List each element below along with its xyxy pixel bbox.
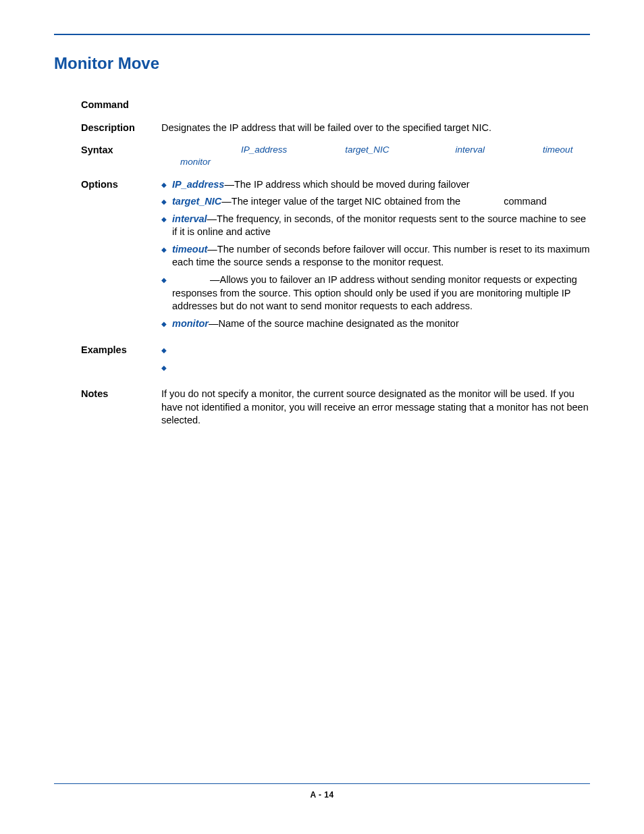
label-command: Command: [81, 99, 159, 122]
example-item: [161, 361, 590, 375]
label-examples: Examples: [81, 344, 159, 388]
value-command: [161, 99, 590, 122]
value-examples: [161, 344, 590, 388]
syntax-line-2: monitor: [161, 156, 590, 168]
option-item: monitor—Name of the source machine desig…: [161, 317, 590, 331]
option-item: IP_address—The IP address which should b…: [161, 178, 590, 192]
option-key: target_NIC: [172, 196, 221, 207]
header-rule: [54, 34, 590, 35]
option-item: —Allows you to failover an IP address wi…: [161, 273, 590, 313]
syntax-param-target: target_NIC: [345, 144, 389, 156]
footer: A - 14: [54, 783, 590, 800]
option-item: target_NIC—The integer value of the targ…: [161, 195, 590, 209]
label-options: Options: [81, 178, 159, 344]
examples-list: [161, 344, 590, 374]
value-syntax: IP_address target_NIC interval timeout m…: [161, 144, 590, 178]
label-notes: Notes: [81, 388, 159, 437]
option-trailing-text: command: [504, 196, 547, 207]
syntax-line-1: IP_address target_NIC interval timeout: [161, 144, 590, 156]
example-item: [161, 344, 590, 357]
syntax-param-timeout: timeout: [543, 144, 572, 156]
label-syntax: Syntax: [81, 144, 159, 178]
option-key: monitor: [172, 318, 209, 329]
page-number: A - 14: [310, 790, 333, 800]
option-key: timeout: [172, 244, 207, 255]
label-description: Description: [81, 122, 159, 145]
option-item: timeout—The number of seconds before fai…: [161, 243, 590, 269]
option-key: IP_address: [172, 179, 224, 190]
value-description: Designates the IP address that will be f…: [161, 122, 590, 145]
footer-rule: [54, 783, 590, 784]
syntax-param-interval: interval: [456, 144, 485, 156]
value-options: IP_address—The IP address which should b…: [161, 178, 590, 344]
option-item: interval—The frequency, in seconds, of t…: [161, 213, 590, 239]
syntax-param-ip: IP_address: [241, 144, 287, 156]
page: Monitor Move Command Description Designa…: [0, 0, 644, 834]
options-list: IP_address—The IP address which should b…: [161, 178, 590, 331]
option-key: interval: [172, 213, 207, 224]
definition-grid: Command Description Designates the IP ad…: [54, 99, 590, 437]
page-title: Monitor Move: [54, 54, 590, 73]
value-notes: If you do not specify a monitor, the cur…: [161, 388, 590, 437]
syntax-param-monitor: monitor: [180, 156, 211, 168]
